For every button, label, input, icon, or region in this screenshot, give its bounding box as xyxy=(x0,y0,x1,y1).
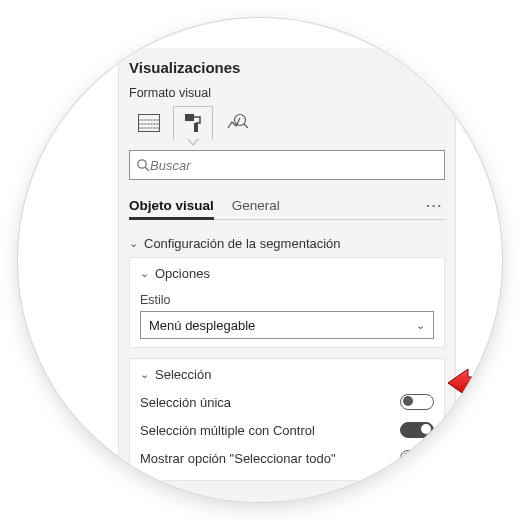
table-icon xyxy=(138,114,160,132)
tab-analytics[interactable] xyxy=(217,106,257,140)
chevron-down-icon: ⌄ xyxy=(140,368,149,381)
search-icon xyxy=(136,158,150,172)
seleccion-unica-label: Selección única xyxy=(140,395,231,410)
group-slicer-label: Configuración de la segmentación xyxy=(144,236,341,251)
svg-line-7 xyxy=(244,124,248,128)
more-options-icon[interactable]: ··· xyxy=(426,198,445,213)
group-slicer-settings[interactable]: ⌄ Configuración de la segmentación xyxy=(129,230,445,257)
seleccion-multiple-toggle[interactable] xyxy=(400,422,434,438)
opciones-card: ⌄ Opciones Estilo Menú desplegable ⌄ xyxy=(129,257,445,348)
chevron-down-icon: ⌄ xyxy=(140,267,149,280)
tab-general[interactable]: General xyxy=(232,192,280,219)
svg-point-6 xyxy=(235,115,246,126)
svg-point-8 xyxy=(138,160,146,168)
svg-rect-5 xyxy=(194,123,198,132)
svg-line-9 xyxy=(145,167,149,171)
estilo-value: Menú desplegable xyxy=(149,318,255,333)
seleccion-card: ⌄ Selección Selección única Selección mú… xyxy=(129,358,445,481)
panel-subtitle: Formato visual xyxy=(129,82,445,106)
opciones-header[interactable]: ⌄ Opciones xyxy=(140,266,434,287)
panel-title: Visualizaciones xyxy=(129,59,240,76)
collapse-icon[interactable]: » xyxy=(436,58,445,76)
svg-rect-0 xyxy=(139,115,160,132)
opciones-label: Opciones xyxy=(155,266,210,281)
visualizations-panel: Visualizaciones » Formato visual xyxy=(118,48,456,502)
seleccion-header[interactable]: ⌄ Selección xyxy=(140,367,434,388)
search-field[interactable] xyxy=(129,150,445,180)
chevron-down-icon: ⌄ xyxy=(129,237,138,250)
tab-build-visual[interactable] xyxy=(129,106,169,140)
estilo-label: Estilo xyxy=(140,293,434,307)
seleccion-multiple-label: Selección múltiple con Control xyxy=(140,423,315,438)
seleccion-todo-toggle[interactable] xyxy=(400,450,434,466)
search-input[interactable] xyxy=(150,158,438,173)
seleccion-label: Selección xyxy=(155,367,211,382)
svg-rect-4 xyxy=(185,114,194,121)
tab-objeto-visual[interactable]: Objeto visual xyxy=(129,192,214,219)
seleccion-unica-toggle[interactable] xyxy=(400,394,434,410)
chevron-down-icon: ⌄ xyxy=(416,319,425,332)
seleccion-todo-label: Mostrar opción "Seleccionar todo" xyxy=(140,451,336,466)
tab-format-visual[interactable] xyxy=(173,106,213,140)
estilo-select[interactable]: Menú desplegable ⌄ xyxy=(140,311,434,339)
paint-icon xyxy=(182,113,204,133)
analytics-icon xyxy=(226,113,248,133)
